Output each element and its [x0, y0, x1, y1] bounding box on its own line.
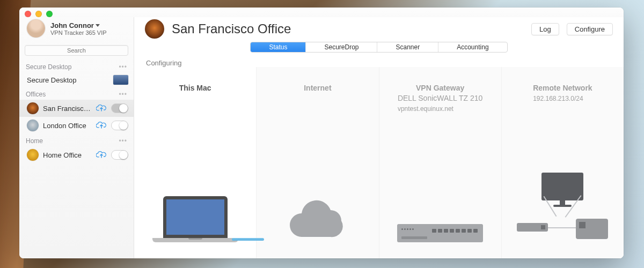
configure-button[interactable]: Configure: [567, 23, 613, 35]
remote-network-icon: [517, 173, 608, 242]
user-menu[interactable]: John Connor VPN Tracker 365 VIP: [19, 17, 134, 43]
router-icon: [397, 224, 483, 242]
group-title-home: Home: [26, 137, 43, 145]
diagram-col-gateway: VPN Gateway DELL SonicWALL TZ 210 vpntes…: [379, 67, 501, 258]
window-minimize-button[interactable]: [35, 11, 42, 17]
connection-header: San Francisco Office Log Configure: [134, 17, 624, 42]
sidebar: John Connor VPN Tracker 365 VIP Secure D…: [19, 17, 134, 258]
sidebar-item-label: London Office: [43, 122, 92, 130]
cloud-icon: [283, 199, 353, 242]
sidebar-item-label: Home Office: [43, 151, 92, 159]
connection-diagram: This Mac Internet: [134, 67, 624, 258]
tab-securedrop[interactable]: SecureDrop: [305, 42, 377, 52]
user-name-label: John Connor: [50, 21, 94, 29]
group-menu-secure-desktop[interactable]: •••: [119, 63, 127, 71]
window-zoom-button[interactable]: [46, 11, 53, 17]
location-icon: [27, 120, 39, 131]
chevron-down-icon: [96, 24, 100, 27]
tab-bar: Status SecureDrop Scanner Accounting: [134, 42, 624, 54]
window-close-button[interactable]: [25, 11, 31, 17]
cloud-upload-icon[interactable]: [96, 151, 107, 159]
search-input[interactable]: [25, 45, 128, 56]
tab-status[interactable]: Status: [251, 42, 305, 52]
col-subtitle: DELL SonicWALL TZ 210: [398, 93, 482, 103]
connection-toggle[interactable]: [111, 103, 128, 113]
group-menu-offices[interactable]: •••: [119, 91, 127, 98]
col-host: vpntest.equinux.net: [398, 105, 482, 113]
col-title: Internet: [304, 83, 331, 93]
main-content: San Francisco Office Log Configure Statu…: [134, 17, 624, 258]
avatar: [27, 19, 45, 38]
diagram-col-remote: Remote Network 192.168.213.0/24: [501, 67, 624, 258]
sidebar-item-home-office[interactable]: Home Office: [19, 146, 134, 163]
connection-title: San Francisco Office: [172, 21, 524, 36]
col-subnet: 192.168.213.0/24: [533, 95, 592, 102]
group-title-secure-desktop: Secure Desktop: [26, 63, 71, 71]
group-title-offices: Offices: [26, 91, 46, 98]
desktop-thumbnail-icon: [113, 75, 128, 85]
connection-location-icon: [145, 19, 164, 39]
tab-scanner[interactable]: Scanner: [377, 42, 438, 52]
user-subtitle: VPN Tracker 365 VIP: [50, 29, 107, 36]
col-title: This Mac: [179, 83, 211, 93]
location-icon: [27, 102, 39, 114]
sidebar-item-label: Secure Desktop: [27, 76, 109, 84]
sidebar-item-london[interactable]: London Office: [19, 117, 134, 134]
group-menu-home[interactable]: •••: [119, 137, 127, 145]
titlebar: [19, 8, 624, 17]
col-title: Remote Network: [533, 83, 592, 93]
diagram-col-this-mac: This Mac: [134, 67, 256, 258]
laptop-icon: [152, 196, 238, 242]
sidebar-item-label: San Francisc…: [43, 105, 92, 113]
connection-toggle[interactable]: [111, 121, 128, 130]
log-button[interactable]: Log: [531, 23, 559, 35]
connection-toggle[interactable]: [111, 150, 128, 160]
sidebar-item-secure-desktop[interactable]: Secure Desktop: [19, 72, 134, 87]
col-title: VPN Gateway: [398, 83, 482, 93]
app-window: John Connor VPN Tracker 365 VIP Secure D…: [19, 8, 624, 258]
tab-accounting[interactable]: Accounting: [438, 42, 507, 52]
cloud-upload-icon[interactable]: [96, 105, 107, 112]
cloud-upload-icon[interactable]: [96, 122, 107, 129]
diagram-col-internet: Internet: [256, 67, 378, 258]
location-icon: [27, 149, 39, 161]
status-text: Configuring: [134, 54, 624, 67]
sidebar-item-san-francisco[interactable]: San Francisc…: [19, 100, 134, 117]
